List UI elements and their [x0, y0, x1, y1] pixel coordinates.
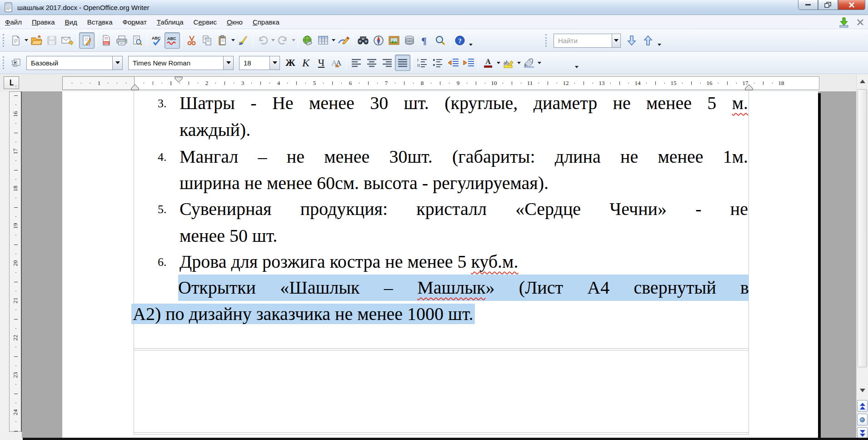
gallery-button[interactable] [386, 32, 402, 49]
selected-paragraph-line-1[interactable]: Открытки «Шашлык – Машлык» (Лист А4 свер… [178, 275, 749, 301]
list-item-3-line-2[interactable]: каждый). [134, 117, 749, 143]
tab-selector-button[interactable]: L [4, 76, 19, 89]
zoom-button[interactable] [433, 32, 448, 49]
cut-button[interactable] [184, 32, 200, 49]
bold-button[interactable]: Ж [283, 55, 298, 71]
undo-button[interactable] [255, 32, 270, 49]
restore-button[interactable] [818, 0, 838, 10]
menu-insert[interactable]: Вставка [82, 16, 118, 28]
load-url-icon[interactable] [838, 17, 850, 28]
align-right-button[interactable] [379, 55, 395, 71]
draw-functions-button[interactable] [336, 32, 351, 49]
email-button[interactable] [60, 32, 75, 49]
font-size-value[interactable]: 18 [239, 59, 269, 67]
page-preview-button[interactable] [130, 32, 145, 49]
list-item-4-line-2[interactable]: ширина не менее 60см. высота - регулируе… [134, 170, 749, 196]
formatting-marks-button[interactable]: ¶ [417, 32, 433, 49]
search-input[interactable] [554, 37, 612, 45]
standard-toolbar-overflow[interactable] [468, 32, 474, 49]
menu-view[interactable]: Вид [60, 16, 82, 28]
character-scaling-button[interactable]: AA [329, 55, 344, 71]
numbered-list-button[interactable]: III [414, 55, 430, 71]
previous-page-button[interactable] [857, 400, 868, 412]
background-color-button[interactable] [521, 55, 537, 71]
help-button[interactable]: ? [452, 32, 468, 49]
menu-edit[interactable]: Правка [27, 16, 60, 28]
data-sources-button[interactable] [402, 32, 417, 49]
minimize-button[interactable] [798, 0, 818, 10]
background-color-dropdown[interactable] [537, 55, 542, 71]
scrollbar-thumb[interactable] [858, 89, 867, 367]
styles-window-button[interactable] [8, 55, 24, 71]
first-line-indent-marker[interactable] [175, 76, 183, 83]
new-document-dropdown[interactable] [24, 32, 29, 49]
align-left-button[interactable] [349, 55, 364, 71]
list-item-3-line-1[interactable]: 3.Шатры - Не менее 30 шт. (круглые, диам… [134, 90, 749, 116]
open-button[interactable] [29, 32, 44, 49]
menu-window[interactable]: Окно [222, 16, 248, 28]
menu-format[interactable]: Формат [117, 16, 151, 28]
toolbar-grip[interactable] [3, 56, 6, 69]
edit-file-button[interactable] [79, 32, 95, 49]
find-history-dropdown[interactable] [612, 34, 620, 47]
close-document-icon[interactable] [856, 18, 864, 26]
list-item-5-line-2[interactable]: менее 50 шт. [134, 223, 749, 249]
redo-button[interactable] [275, 32, 291, 49]
vertical-scrollbar[interactable] [856, 75, 868, 440]
font-name-value[interactable]: Times New Roman [129, 59, 223, 67]
italic-button[interactable]: К [298, 55, 314, 71]
copy-button[interactable] [200, 32, 215, 49]
highlighting-dropdown[interactable] [516, 55, 521, 71]
auto-spellcheck-button[interactable]: ABC [165, 32, 180, 49]
table-button[interactable] [315, 32, 331, 49]
hyperlink-button[interactable] [300, 32, 315, 49]
document-page[interactable]: 3.Шатры - Не менее 30 шт. (круглые, диам… [62, 91, 818, 438]
format-paintbrush-button[interactable] [235, 32, 251, 49]
print-button[interactable] [114, 32, 130, 49]
find-toolbar-overflow[interactable] [656, 32, 663, 49]
left-indent-marker[interactable] [131, 84, 139, 90]
right-indent-marker[interactable] [745, 84, 753, 90]
paragraph-style-dropdown[interactable] [112, 56, 122, 70]
font-name-dropdown[interactable] [223, 56, 233, 70]
list-item-5-line-1[interactable]: 5.Сувенирная продукция: кристалл «Сердце… [134, 196, 749, 222]
spellcheck-button[interactable]: ABC [149, 32, 165, 49]
title-bar[interactable]: шашлык 2017.docx - OpenOffice.org Writer [0, 0, 868, 15]
navigator-button[interactable] [371, 32, 386, 49]
paste-button[interactable] [215, 32, 230, 49]
save-button[interactable] [44, 32, 60, 49]
navigation-button[interactable] [857, 414, 868, 425]
font-color-dropdown[interactable] [496, 55, 501, 71]
font-size-dropdown[interactable] [269, 56, 279, 70]
list-item-6-line-1[interactable]: 6.Дрова для розжига костра не менее 5 ку… [134, 249, 749, 275]
bullet-list-button[interactable] [430, 55, 445, 71]
undo-dropdown[interactable] [270, 32, 275, 49]
toolbar-grip[interactable] [3, 34, 6, 47]
new-document-button[interactable] [8, 32, 24, 49]
paste-dropdown[interactable] [230, 32, 235, 49]
close-button[interactable] [838, 0, 865, 10]
table-dropdown[interactable] [331, 32, 336, 49]
list-item-4-line-1[interactable]: 4.Мангал – не менее 30шт. (габариты: дли… [134, 144, 749, 170]
toolbar-grip[interactable] [545, 34, 549, 47]
align-justify-button[interactable] [395, 55, 410, 71]
selected-paragraph-line-2[interactable]: А2) по дизайну заказчика не менее 1000 ш… [131, 301, 746, 327]
horizontal-ruler[interactable]: 1234567891011121314151617181 [62, 76, 819, 90]
menu-help[interactable]: Справка [248, 16, 284, 28]
increase-indent-button[interactable] [461, 55, 476, 71]
align-center-button[interactable] [364, 55, 379, 71]
highlighting-button[interactable]: ab [501, 55, 516, 71]
font-color-button[interactable]: A [480, 55, 496, 71]
paragraph-style-value[interactable]: Базовый [27, 59, 112, 67]
redo-dropdown[interactable] [291, 32, 296, 49]
menu-tools[interactable]: Сервис [189, 16, 222, 28]
vertical-ruler[interactable]: 161718192021222324 [9, 91, 22, 432]
decrease-indent-button[interactable] [445, 55, 461, 71]
find-next-button[interactable] [624, 32, 640, 49]
formatting-toolbar-overflow[interactable] [574, 55, 580, 71]
scroll-up-button[interactable] [857, 75, 868, 87]
document-workspace[interactable]: 3.Шатры - Не менее 30 шт. (круглые, диам… [22, 91, 856, 438]
menu-table[interactable]: Таблица [152, 16, 189, 28]
underline-button[interactable]: Ч [314, 55, 329, 71]
find-previous-button[interactable] [640, 32, 656, 49]
